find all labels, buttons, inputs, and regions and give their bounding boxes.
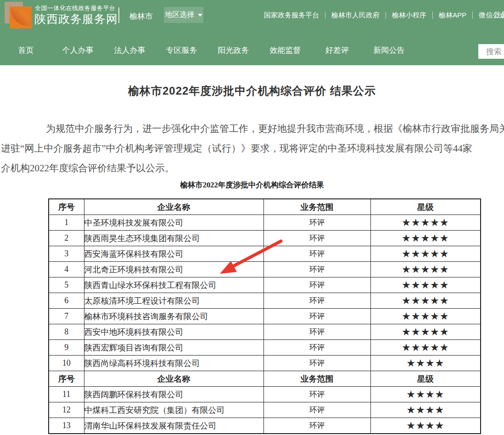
cell-index: 9 [49,340,84,356]
table-row: 7榆林市环境科技咨询服务有限公司环评★★★★★ [49,309,481,324]
table-caption: 榆林市2022年度涉批中介机构综合评价结果 [0,180,504,190]
table-row: 13渭南华山环保科技发展有限责任公司环评★★★★ [49,418,481,434]
cell-business-scope: 环评 [263,356,370,371]
cell-star-rating: ★★★★★ [370,293,481,309]
cell-star-rating: ★★★★★ [370,309,481,324]
region-selector-label: 地区选择 [165,10,195,20]
table-header-row: 序号企业名称业务范围星级 [49,199,481,215]
paragraph-line: 进驻“网上中介服务超市”中介机构考评管理规定（试行）》要求，现将评定的中圣环境科… [0,139,504,158]
nav-item-8[interactable]: 新闻公告 [363,41,415,60]
top-link-3[interactable]: 榆林小程序 [392,11,426,20]
cell-business-scope: 环评 [263,402,370,418]
search-box [478,44,504,59]
cell-star-rating: ★★★★ [370,418,481,434]
cell-index: 12 [49,402,84,418]
nav-item-2[interactable]: 个人办事 [52,41,104,60]
main-nav: 首页个人办事法人办事专区服务阳光政务效能监督好差评新闻公告 [0,41,415,60]
cell-business-scope: 环评 [263,262,370,277]
cell-index: 1 [49,215,84,231]
cell-company-name: 渭南华山环保科技发展有限责任公司 [84,418,263,434]
cell-index: 10 [49,356,84,371]
site-logo-icon [5,2,32,29]
cell-company-name: 陕西阔鹏环保科技有限公司 [84,387,263,402]
cell-company-name: 陕西尚绿高科环境科技有限公司 [84,356,263,371]
top-link-4[interactable]: 榆林APP [439,11,466,20]
column-header: 企业名称 [84,371,263,387]
table-row: 8西安中地环境科技有限公司环评★★★★★ [49,324,481,340]
cell-business-scope: 环评 [263,309,370,324]
nav-item-6[interactable]: 效能监督 [259,41,311,60]
cell-business-scope: 环评 [263,340,370,356]
table-row: 10陕西尚绿高科环境科技有限公司环评★★★★ [49,356,481,371]
table-row: 5陕西青山绿水环保科技工程有限公司环评★★★★★ [49,277,481,293]
top-link-2[interactable]: 榆林市人民政府 [331,11,380,20]
cell-company-name: 陕西雨昊生态环境集团有限公司 [84,231,263,246]
cell-business-scope: 环评 [263,231,370,246]
link-separator [472,11,473,19]
link-separator [386,11,386,19]
nav-item-1[interactable]: 首页 [0,41,52,60]
cell-star-rating: ★★★★ [370,402,481,418]
table-row: 2陕西雨昊生态环境集团有限公司环评★★★★★ [49,231,481,246]
cell-star-rating: ★★★★ [370,387,481,402]
table-row: 6太原核清环境工程设计有限公司环评★★★★★ [49,293,481,309]
cell-star-rating: ★★★★★ [370,246,481,262]
table-row: 4河北奇正环境科技有限公司环评★★★★★ [49,262,481,277]
caret-down-icon [198,14,202,17]
cell-company-name: 西安海蓝环保科技有限公司 [84,246,263,262]
divider [118,7,119,23]
cell-star-rating: ★★★★★ [370,277,481,293]
table-row: 9陕西宏辉项目咨询有限公司环评★★★★★ [49,340,481,356]
column-header: 星级 [370,199,481,215]
cell-company-name: 陕西宏辉项目咨询有限公司 [84,340,263,356]
column-header: 业务范围 [263,371,370,387]
cell-star-rating: ★★★★★ [370,262,481,277]
cell-star-rating: ★★★★★ [370,340,481,356]
cell-star-rating: ★★★★★ [370,324,481,340]
leaf-icon [11,8,29,26]
table-row: 3西安海蓝环保科技有限公司环评★★★★★ [49,246,481,262]
paragraph-line: 为规范中介服务行为，进一步强化中介监管工作，更好地提升我市营商环境，根据《榆林市… [0,119,504,139]
cell-index: 3 [49,246,84,262]
cell-company-name: 西安中地环境科技有限公司 [84,324,263,340]
register-link[interactable]: 注册 [494,11,504,19]
cell-business-scope: 环评 [263,293,370,309]
column-header: 企业名称 [84,199,263,215]
cell-index: 5 [49,277,84,293]
cell-index: 7 [49,309,84,324]
column-header: 序号 [49,199,84,215]
cell-company-name: 中煤科工西安研究院（集团）有限公司 [84,402,263,418]
cell-business-scope: 环评 [263,246,370,262]
cell-index: 8 [49,324,84,340]
cell-index: 4 [49,262,84,277]
nav-item-7[interactable]: 好差评 [311,41,363,60]
table-row: 11陕西阔鹏环保科技有限公司环评★★★★ [49,387,481,402]
nav-item-4[interactable]: 专区服务 [156,41,207,60]
cell-star-rating: ★★★★★ [370,215,481,231]
current-city-label: 榆林市 [129,11,153,22]
top-links: 国家政务服务平台榆林市人民政府榆林小程序榆林APP微信公众号 [264,11,504,20]
cell-company-name: 太原核清环境工程设计有限公司 [84,293,263,309]
paragraph-line: 介机构2022年度综合评价结果予以公示。 [0,158,504,178]
column-header: 序号 [49,371,84,387]
site-name: 陕西政务服务网 [34,11,118,27]
cell-index: 11 [49,387,84,402]
search-input[interactable] [485,45,504,59]
table-row: 1中圣环境科技发展有限公司环评★★★★★ [49,215,481,231]
cell-company-name: 河北奇正环境科技有限公司 [84,262,263,277]
cell-index: 2 [49,231,84,246]
cell-business-scope: 环评 [263,215,370,231]
top-link-1[interactable]: 国家政务服务平台 [264,11,319,20]
cell-business-scope: 环评 [263,324,370,340]
region-selector-button[interactable]: 地区选择 [164,7,203,23]
cell-company-name: 榆林市环境科技咨询服务有限公司 [84,309,263,324]
cell-business-scope: 环评 [263,387,370,402]
cell-business-scope: 环评 [263,418,370,434]
cell-star-rating: ★★★★★ [370,231,481,246]
cell-star-rating: ★★★★ [370,356,481,371]
nav-item-5[interactable]: 阳光政务 [207,41,259,60]
nav-item-3[interactable]: 法人办事 [104,41,156,60]
site-header: 全国一体化在线政务服务平台 陕西政务服务网 榆林市 地区选择 国家政务服务平台榆… [0,0,504,65]
table-row: 12中煤科工西安研究院（集团）有限公司环评★★★★ [49,402,481,418]
link-separator [325,11,325,19]
